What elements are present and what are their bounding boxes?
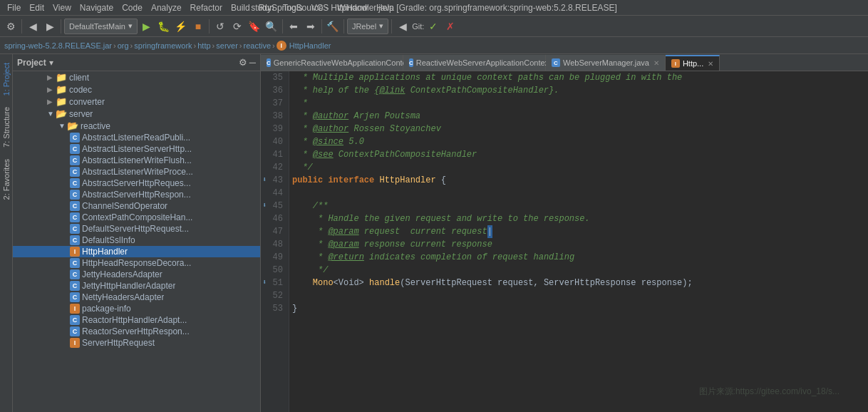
code-line-47: * @param request current request| <box>292 225 865 238</box>
toolbar-git-btn[interactable]: ◀ <box>395 19 410 34</box>
menu-file[interactable]: File <box>3 3 25 13</box>
tree-item-packageinfo[interactable]: I package-info <box>13 303 260 314</box>
tab-label: Http... <box>683 59 703 68</box>
toolbar-sep-7 <box>391 19 392 34</box>
toolbar-nav-back[interactable]: ⬅ <box>286 19 301 34</box>
line-num-37: 37 <box>264 97 283 110</box>
run-config-dropdown[interactable]: DefaultTestMain ▾ <box>64 19 138 34</box>
code-line-46: * Handle the given request and write to … <box>292 212 865 225</box>
stop-btn[interactable]: ■ <box>190 19 206 34</box>
tree-item-server[interactable]: ▼ 📂 server <box>13 108 260 120</box>
toolbar-settings-btn[interactable]: ⚙ <box>3 19 19 34</box>
toolbar-git-x[interactable]: ✗ <box>443 19 458 34</box>
menu-analyze[interactable]: Analyze <box>147 3 186 13</box>
sidebar-minimize-btn[interactable]: ─ <box>249 57 256 68</box>
tree-label-server: server <box>69 109 93 119</box>
tree-item-channelsend[interactable]: C ChannelSendOperator <box>13 200 260 212</box>
debug-btn[interactable]: 🐛 <box>156 19 172 34</box>
tab-reactivewebserver[interactable]: C ReactiveWebServerApplicationContext.ja… <box>403 55 546 71</box>
sidebar-settings-btn[interactable]: ⚙ <box>239 57 247 68</box>
main-content: C GenericReactiveWebApplicationContext.j… <box>261 54 868 412</box>
tree-item-abstractlistenerwritep[interactable]: C AbstractListenerWriteProce... <box>13 166 260 177</box>
tree-item-reactorhttp[interactable]: C ReactorHttpHandlerAdapt... <box>13 314 260 326</box>
tab-close-icon[interactable]: ✕ <box>708 60 713 68</box>
line-num-41: 41 <box>264 148 283 161</box>
code-lines[interactable]: * Multiple applications at unique contex… <box>289 71 868 412</box>
tab-label: WebServerManager.java <box>563 58 649 67</box>
tree-item-nettyheaders[interactable]: C NettyHeadersAdapter <box>13 292 260 303</box>
tree-item-abstractlistenerread[interactable]: C AbstractListenerReadPubli... <box>13 132 260 143</box>
breadcrumb-http[interactable]: http <box>197 41 210 50</box>
code-line-48: * @param response current response <box>292 238 865 251</box>
class-i-icon: I <box>70 247 80 257</box>
class-i-icon: I <box>70 304 80 314</box>
tree-item-jettyheaders[interactable]: C JettyHeadersAdapter <box>13 269 260 280</box>
toolbar-reload-btn[interactable]: ↺ <box>212 19 228 34</box>
code-line-49: * @return indicates completion of reques… <box>292 251 865 264</box>
menu-edit[interactable]: Edit <box>25 3 48 13</box>
tab-webservermanager[interactable]: C WebServerManager.java ✕ <box>546 55 666 71</box>
tree-item-defaultssl[interactable]: C DefaultSslInfo <box>13 235 260 246</box>
run-btn[interactable]: ▶ <box>139 19 155 34</box>
tree-item-client[interactable]: ▶ 📁 client <box>13 71 260 83</box>
class-c-icon: C <box>70 133 80 143</box>
toolbar-git-check[interactable]: ✓ <box>425 19 441 34</box>
tree-item-reactorserver[interactable]: C ReactorServerHttpRespon... <box>13 326 260 337</box>
toolbar-find-btn[interactable]: 🔍 <box>264 19 279 34</box>
line-num-39: 39 <box>264 123 283 135</box>
header-dropdown-icon[interactable]: ▾ <box>49 58 53 68</box>
menu-navigate[interactable]: Navigate <box>76 3 118 13</box>
tree-label-converter: converter <box>69 97 105 107</box>
left-tab-structure[interactable]: 7: Structure <box>0 101 13 153</box>
tree-item-jettyhttp[interactable]: C JettyHttpHandlerAdapter <box>13 280 260 292</box>
menu-view[interactable]: View <box>48 3 76 13</box>
tree-item-abstractlistenerwrite[interactable]: C AbstractListenerWriteFlush... <box>13 155 260 166</box>
tree-item-defaultserver[interactable]: C DefaultServerHttpRequest... <box>13 223 260 235</box>
tab-close-icon[interactable]: ✕ <box>653 59 659 67</box>
class-c-icon: C <box>70 144 80 154</box>
tree-item-converter[interactable]: ▶ 📁 converter <box>13 96 260 108</box>
tab-genericreactive[interactable]: C GenericReactiveWebApplicationContext.j… <box>261 55 403 71</box>
line-num-51: ⬇ 51 <box>264 277 283 289</box>
tree-item-codec[interactable]: ▶ 📁 codec <box>13 83 260 96</box>
class-c-icon: C <box>70 269 80 279</box>
toolbar-sep-6 <box>343 19 344 34</box>
left-tab-project[interactable]: 1: Project <box>0 57 13 101</box>
toolbar-nav-fwd[interactable]: ➡ <box>303 19 319 34</box>
toolbar-sep-1 <box>21 19 22 34</box>
tree-item-abstractserverhttpresp[interactable]: C AbstractServerHttpRespon... <box>13 189 260 200</box>
left-tab-favorites[interactable]: 2: Favorites <box>0 153 13 205</box>
code-line-37: * <box>292 97 865 110</box>
breadcrumb-jar[interactable]: spring-web-5.2.8.RELEASE.jar <box>4 41 112 50</box>
menu-code[interactable]: Code <box>118 3 147 13</box>
line-num-45: ⬇ 45 <box>264 200 283 212</box>
toolbar-build-btn[interactable]: 🔨 <box>325 19 341 34</box>
tree-item-contextpath[interactable]: C ContextPathCompositeHan... <box>13 212 260 223</box>
tree-item-abstractserverhttpreq[interactable]: C AbstractServerHttpReques... <box>13 177 260 189</box>
coverage-btn[interactable]: ⚡ <box>173 19 189 34</box>
toolbar-sep-3 <box>209 19 210 34</box>
class-c-icon: C <box>70 235 80 245</box>
breadcrumb-org[interactable]: org <box>118 41 129 50</box>
tab-bar: C GenericReactiveWebApplicationContext.j… <box>261 54 868 71</box>
menu-refactor[interactable]: Refactor <box>186 3 227 13</box>
toolbar-bookmark-btn[interactable]: 🔖 <box>247 19 262 34</box>
breadcrumb-springframework[interactable]: springframework <box>134 41 192 50</box>
tree-item-httphead[interactable]: C HttpHeadResponseDecora... <box>13 257 260 269</box>
tree-item-serverhttprequest[interactable]: I ServerHttpRequest <box>13 337 260 349</box>
tree-item-httphandler[interactable]: I HttpHandler <box>13 246 260 257</box>
tab-httphandler[interactable]: I Http... ✕ <box>666 55 720 71</box>
breadcrumb-reactive[interactable]: reactive <box>244 41 272 50</box>
code-editor[interactable]: 35 36 37 38 39 40 41 42 ⬇ 43 44 ⬇ 45 <box>261 71 868 412</box>
project-label: Project <box>17 58 46 68</box>
jrebel-dropdown[interactable]: JRebel ▾ <box>347 19 388 34</box>
tree-item-abstractlistenerserver[interactable]: C AbstractListenerServerHttp... <box>13 143 260 155</box>
code-line-45: /** <box>292 200 865 212</box>
tab-c-icon: C <box>409 58 413 67</box>
toolbar-sync-btn[interactable]: ⟳ <box>229 19 245 34</box>
breadcrumb-server[interactable]: server <box>216 41 238 50</box>
toolbar-back-btn[interactable]: ◀ <box>25 19 41 34</box>
toolbar-forward-btn[interactable]: ▶ <box>42 19 58 34</box>
tree-item-reactive[interactable]: ▼ 📂 reactive <box>13 120 260 132</box>
breadcrumb-httphandler[interactable]: HttpHandler <box>289 41 331 50</box>
